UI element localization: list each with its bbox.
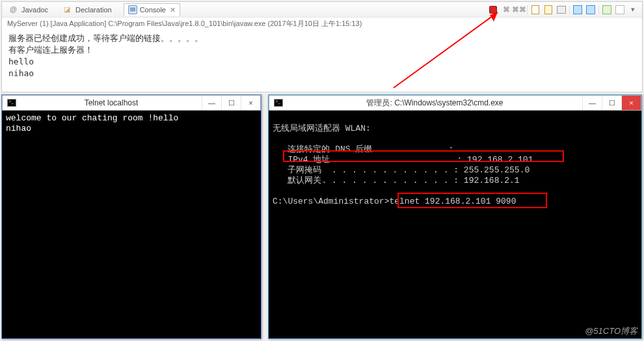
cmd-dns-line: 连接特定的 DNS 后缀 . . . . . . . : bbox=[273, 144, 453, 154]
console-launch-info: MyServer (1) [Java Application] C:\Progr… bbox=[2, 18, 642, 30]
cmd-close-button[interactable]: × bbox=[621, 96, 641, 110]
watermark: @51CTO博客 bbox=[585, 325, 637, 337]
telnet-terminal[interactable]: welcome to our chating room !hello nihao bbox=[2, 111, 261, 338]
console-dropdown-button[interactable] bbox=[615, 5, 625, 15]
javadoc-icon: @ bbox=[10, 5, 19, 14]
terminate-button[interactable] bbox=[488, 5, 498, 15]
pin-icon bbox=[573, 5, 582, 14]
printer-icon bbox=[557, 6, 566, 14]
tab-declaration-label: Declaration bbox=[75, 6, 112, 14]
console-output: 服务器已经创建成功，等待客户端的链接。。。。。 有客户端连上服务器！ hello… bbox=[2, 30, 642, 82]
remove-all-launches-button[interactable]: ✖✖ bbox=[514, 5, 524, 15]
doc2-icon bbox=[544, 5, 552, 14]
eclipse-tab-bar: @ Javadoc ◪ Declaration Console ✕ ✖ ✖✖ bbox=[2, 2, 642, 18]
telnet-maximize-button[interactable]: ☐ bbox=[221, 96, 241, 110]
dropdown-icon bbox=[615, 5, 624, 14]
cmd-title: 管理员: C:\Windows\system32\cmd.exe bbox=[288, 98, 582, 109]
toggle-icon bbox=[602, 5, 611, 14]
cmd-titlebar[interactable]: 管理员: C:\Windows\system32\cmd.exe — ☐ × bbox=[269, 95, 641, 111]
telnet-close-button[interactable]: × bbox=[241, 96, 260, 110]
tab-javadoc-label: Javadoc bbox=[21, 6, 48, 14]
clear-console-button[interactable] bbox=[530, 5, 541, 15]
declaration-icon: ◪ bbox=[64, 5, 73, 14]
cmd-gw-value: 192.168.2.1 bbox=[464, 176, 520, 185]
cmd-gw-label: 默认网关. . . . . . . . . . . . . : bbox=[273, 176, 464, 185]
tab-declaration[interactable]: ◪ Declaration bbox=[60, 4, 116, 16]
cmd-adapter-line: 无线局域网适配器 WLAN: bbox=[273, 124, 371, 133]
tab-console[interactable]: Console ✕ bbox=[124, 3, 180, 16]
word-wrap-button[interactable] bbox=[556, 5, 567, 15]
cmd-minimize-button[interactable]: — bbox=[582, 96, 602, 110]
remove-launch-button[interactable]: ✖ bbox=[501, 5, 511, 15]
telnet-cmd-icon bbox=[7, 98, 17, 108]
cmd-terminal[interactable]: 无线局域网适配器 WLAN: 连接特定的 DNS 后缀 . . . . . . … bbox=[269, 111, 641, 338]
display-selected-button[interactable] bbox=[585, 5, 596, 15]
cmd-ipv4-value: 192.168.2.101 bbox=[467, 155, 533, 165]
console-icon bbox=[128, 5, 137, 14]
telnet-window: Telnet localhost — ☐ × welcome to our ch… bbox=[1, 94, 262, 339]
sel2-icon bbox=[586, 5, 595, 14]
cmd-command: telnet 192.168.2.101 9090 bbox=[389, 197, 516, 206]
telnet-titlebar[interactable]: Telnet localhost — ☐ × bbox=[2, 95, 261, 111]
tab-close-icon[interactable]: ✕ bbox=[170, 6, 176, 14]
cmd-icon bbox=[273, 98, 284, 108]
cmd-maximize-button[interactable]: ☐ bbox=[602, 96, 621, 110]
eclipse-panel: @ Javadoc ◪ Declaration Console ✕ ✖ ✖✖ bbox=[1, 1, 643, 92]
doc-icon bbox=[531, 5, 539, 14]
cmd-ipv4-label: IPv4 地址 . . . . . . . . . . . . : bbox=[273, 155, 467, 165]
telnet-title: Telnet localhost bbox=[21, 98, 202, 107]
scroll-lock-button[interactable] bbox=[543, 5, 554, 15]
pin-console-button[interactable] bbox=[572, 5, 583, 15]
stop-icon bbox=[489, 6, 497, 14]
console-toolbar: ✖ ✖✖ ▾ bbox=[488, 5, 638, 15]
cmd-prompt: C:\Users\Administrator> bbox=[273, 197, 389, 206]
telnet-minimize-button[interactable]: — bbox=[202, 96, 221, 110]
open-console-button[interactable] bbox=[602, 5, 612, 15]
cmd-mask-label: 子网掩码 . . . . . . . . . . . . : bbox=[273, 165, 464, 175]
cmd-window: 管理员: C:\Windows\system32\cmd.exe — ☐ × 无… bbox=[268, 94, 642, 339]
minimize-view-button[interactable]: ▾ bbox=[628, 5, 638, 15]
tab-javadoc[interactable]: @ Javadoc bbox=[6, 4, 52, 16]
tab-console-label: Console bbox=[140, 6, 166, 14]
cmd-mask-value: 255.255.255.0 bbox=[464, 165, 530, 175]
